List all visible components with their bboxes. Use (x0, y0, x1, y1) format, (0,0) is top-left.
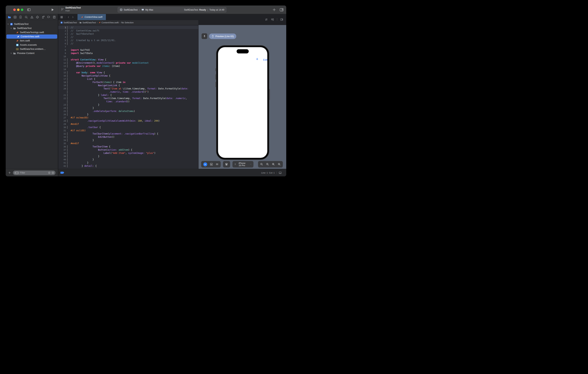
line-number[interactable]: 11 (58, 59, 66, 61)
line-number[interactable]: 33 (58, 136, 66, 138)
code-line-38[interactable]: 38 Label("Add Item", systemImage: "plus"… (58, 151, 198, 155)
code-line-6[interactable]: 6// (58, 42, 198, 45)
device-settings-button[interactable] (223, 161, 230, 168)
code-line-11[interactable]: 11struct ContentView: View { (58, 58, 198, 61)
sidebar-item-swiftdatatest-entitlem[interactable]: SwiftDataTest.entitlem… (6, 47, 58, 51)
code-line-wrap[interactable]: time: .standard)) (58, 100, 198, 103)
code-line-4[interactable]: 4// (58, 35, 198, 39)
breakpoint-tag-icon[interactable] (60, 172, 63, 174)
add-file-button[interactable] (8, 171, 11, 174)
line-number[interactable]: 30 (58, 126, 66, 128)
sidebar-item-item-swift[interactable]: Item.swift (6, 39, 58, 43)
line-number[interactable]: 41 (58, 162, 66, 164)
code-line-24[interactable]: 24 } (58, 106, 198, 109)
line-number[interactable]: 24 (58, 107, 66, 109)
code-line-30[interactable]: 30 .toolbar { (58, 126, 198, 129)
disclosure-open-icon[interactable] (7, 23, 9, 25)
line-number[interactable]: 37 (58, 149, 66, 151)
adjust-editor-options-icon[interactable] (271, 18, 274, 21)
line-number[interactable]: 4 (58, 36, 66, 38)
disclosure-open-icon[interactable] (10, 27, 12, 29)
find-navigator-tab[interactable] (25, 16, 28, 19)
source-control-navigator-tab[interactable] (13, 16, 17, 19)
line-number[interactable]: 20 (58, 87, 66, 90)
add-editor-icon[interactable] (280, 18, 283, 21)
code-line-20[interactable]: 20 Text("Item at \(item.timestamp, forma… (58, 87, 198, 90)
add-item-button[interactable]: + (256, 57, 258, 62)
code-line-1[interactable]: 1// (58, 26, 198, 29)
line-number[interactable]: 35 (58, 142, 66, 145)
line-number[interactable]: 18 (58, 81, 66, 83)
app-preview-screen[interactable]: + Edit (218, 47, 267, 158)
sidebar-item-contentview-swift[interactable]: ContentView.swift (6, 34, 57, 39)
line-number[interactable]: 6 (58, 43, 66, 45)
sidebar-item-swiftdatatest[interactable]: SwiftDataTest (6, 26, 58, 30)
breadcrumb-item-swiftdatatest[interactable]: SwiftDataTest (60, 21, 77, 24)
code-line-27[interactable]: 27#if os(macOS) (58, 116, 198, 119)
library-plus-button[interactable] (273, 8, 276, 11)
code-line-5[interactable]: 5// Created by s t on 2023/12/01. (58, 39, 198, 42)
source-editor[interactable]: 1//2// ContentView.swift3// SwiftDataTes… (58, 25, 198, 169)
code-line-23[interactable]: 23 } (58, 103, 198, 106)
recent-files-icon[interactable] (48, 171, 51, 174)
code-line-40[interactable]: 40 } (58, 158, 198, 161)
code-line-2[interactable]: 2// ContentView.swift (58, 29, 198, 32)
zoom-out-icon[interactable] (260, 163, 263, 166)
line-number[interactable]: 13 (58, 65, 66, 67)
report-navigator-tab[interactable] (53, 16, 56, 19)
sidebar-item-swiftdatatestapp-swift[interactable]: SwiftDataTestApp.swift (6, 30, 58, 34)
line-number[interactable]: 21 (58, 94, 66, 96)
code-line-37[interactable]: 37 Button(action: addItem) { (58, 148, 198, 151)
run-destination[interactable]: My Mac (145, 9, 153, 11)
line-number[interactable]: 22 (58, 97, 66, 99)
code-line-39[interactable]: 39 } (58, 155, 198, 158)
toggle-bottom-panel-icon[interactable] (279, 171, 282, 174)
toggle-sidebar-icon[interactable] (27, 8, 31, 11)
tab-contentview[interactable]: ContentView.swift (77, 14, 106, 20)
line-number[interactable]: 15 (58, 71, 66, 74)
code-line-16[interactable]: 16 NavigationSplitView { (58, 74, 198, 77)
code-line-19[interactable]: 19 NavigationLink { (58, 84, 198, 87)
line-number[interactable]: 23 (58, 104, 66, 106)
inspector-toggle-button[interactable] (280, 8, 284, 12)
zoom-fit-icon[interactable] (272, 163, 275, 166)
variants-mode-icon[interactable] (216, 163, 219, 166)
line-number[interactable]: 42 (58, 165, 66, 167)
code-line-10[interactable]: 10 (58, 55, 198, 58)
line-number[interactable]: 28 (58, 120, 66, 122)
line-number[interactable]: 5 (58, 39, 66, 42)
line-number[interactable]: 10 (58, 55, 66, 58)
code-line-15[interactable]: 15 var body: some View { (58, 71, 198, 74)
line-number[interactable]: 27 (58, 117, 66, 119)
line-number[interactable]: 36 (58, 146, 66, 148)
code-line-7[interactable]: 7 (58, 45, 198, 48)
code-review-icon[interactable] (265, 18, 268, 21)
edit-button[interactable]: Edit (263, 58, 267, 61)
line-number[interactable]: 17 (58, 78, 66, 80)
related-items-icon[interactable] (60, 16, 63, 19)
zoom-in-icon[interactable] (278, 163, 281, 166)
run-button[interactable] (51, 8, 54, 11)
sidebar-item-assets-xcassets[interactable]: Assets.xcassets (6, 43, 58, 47)
code-line-28[interactable]: 28 .navigationSplitViewColumnWidth(min: … (58, 119, 198, 122)
code-line-21[interactable]: 21 } label: { (58, 93, 198, 97)
code-line-12[interactable]: 12 @Environment(\.modelContext) private … (58, 61, 198, 64)
zoom-100-icon[interactable] (266, 163, 269, 166)
line-number[interactable]: 9 (58, 52, 66, 54)
scheme-status-pill[interactable]: SwiftDataTest › My Mac SwiftDataTest: Re… (117, 7, 227, 13)
line-number[interactable]: 32 (58, 133, 66, 135)
code-line-26[interactable]: 26 } (58, 113, 198, 116)
navigate-forward-icon[interactable] (72, 16, 74, 18)
project-navigator-tab[interactable] (8, 16, 11, 19)
code-line-25[interactable]: 25 .onDelete(perform: deleteItems) (58, 109, 198, 113)
code-line-29[interactable]: 29#endif (58, 122, 198, 126)
navigate-back-icon[interactable] (67, 16, 70, 18)
breadcrumb-item-no-selection[interactable]: No Selection (121, 21, 134, 24)
code-line-17[interactable]: 17 List { (58, 77, 198, 81)
code-line-34[interactable]: 34 } (58, 139, 198, 142)
line-number[interactable]: 29 (58, 123, 66, 125)
zoom-window-button[interactable] (21, 9, 23, 11)
device-picker[interactable]: iPhone 15 Pro (232, 161, 253, 168)
code-line-13[interactable]: 13 @Query private var items: [Item] (58, 64, 198, 68)
disclosure-closed-icon[interactable] (10, 52, 12, 54)
